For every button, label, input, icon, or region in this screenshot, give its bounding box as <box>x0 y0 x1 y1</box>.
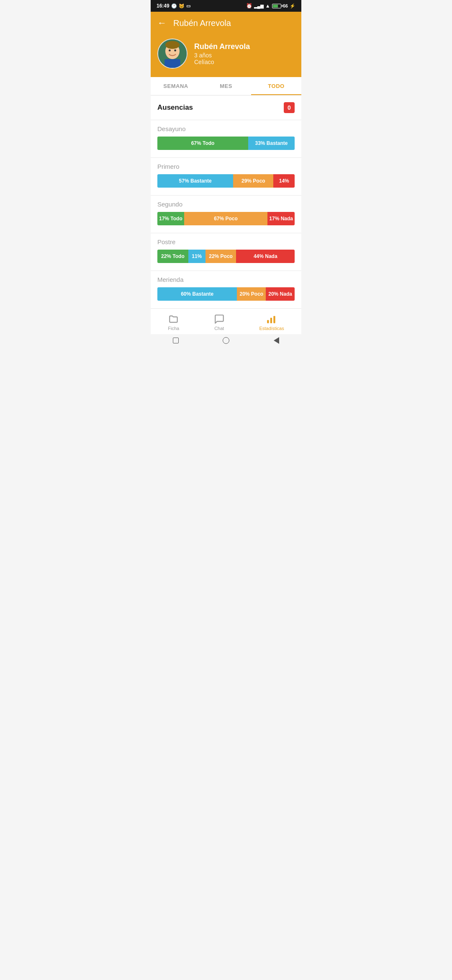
battery-indicator <box>272 4 281 8</box>
bar-segment-20%_Nada: 20% Nada <box>266 287 295 301</box>
profile-age: 3 años <box>194 52 250 59</box>
avatar-image <box>158 39 187 68</box>
bar-segment-14%: 14% <box>273 174 295 188</box>
nav-ficha-label: Ficha <box>168 326 179 331</box>
system-home-btn[interactable] <box>222 337 230 344</box>
ausencias-label: Ausencias <box>157 103 193 112</box>
bar-segment-11%: 11% <box>188 250 205 263</box>
bar-segment-17%_Nada: 17% Nada <box>267 212 295 225</box>
bar-segment-44%_Nada: 44% Nada <box>236 250 295 263</box>
bar-segment-17%_Todo: 17% Todo <box>157 212 184 225</box>
status-right: ⏰ ▂▄▆ ▲ 66 ⚡ <box>246 3 295 9</box>
profile-info: Rubén Arrevola 3 años Celíaco <box>194 42 250 65</box>
header-title: Rubén Arrevola <box>173 18 231 28</box>
ausencias-section: Ausencias 0 <box>151 95 301 120</box>
alarm-icon: ⏰ <box>246 3 252 9</box>
battery-percent: 66 <box>283 3 288 8</box>
nav-chat-label: Chat <box>214 326 224 331</box>
nav-ficha[interactable]: Ficha <box>159 312 187 333</box>
meal-section-desayuno: Desayuno67% Todo33% Bastante <box>151 120 301 157</box>
system-square-btn[interactable] <box>172 337 180 344</box>
ausencias-badge: 0 <box>284 102 295 113</box>
meal-bar-segundo: 17% Todo67% Poco17% Nada <box>157 212 295 225</box>
tab-todo[interactable]: TODO <box>251 77 301 95</box>
meal-bar-desayuno: 67% Todo33% Bastante <box>157 137 295 150</box>
bar-segment-33%_Bastante: 33% Bastante <box>248 137 295 150</box>
system-navigation <box>151 334 301 346</box>
battery-fill <box>273 5 278 8</box>
meal-section-postre: Postre22% Todo11%22% Poco44% Nada <box>151 233 301 271</box>
meal-bar-postre: 22% Todo11%22% Poco44% Nada <box>157 250 295 263</box>
battery-tip <box>282 5 282 7</box>
meals-container: Desayuno67% Todo33% BastantePrimero57% B… <box>151 120 301 308</box>
svg-point-2 <box>165 41 180 49</box>
nav-estadisticas[interactable]: Estadísticas <box>251 312 292 333</box>
main-content: Ausencias 0 Desayuno67% Todo33% Bastante… <box>151 95 301 308</box>
meal-bar-primero: 57% Bastante29% Poco14% <box>157 174 295 188</box>
system-recents-icon <box>173 338 179 343</box>
bar-segment-22%_Todo: 22% Todo <box>157 250 188 263</box>
page-header: ← Rubén Arrevola <box>151 12 301 34</box>
profile-name: Rubén Arrevola <box>194 42 250 51</box>
system-home-icon <box>223 337 229 344</box>
meal-section-segundo: Segundo17% Todo67% Poco17% Nada <box>151 195 301 233</box>
notif-icon-2: 😺 <box>179 3 185 9</box>
svg-point-4 <box>169 49 171 52</box>
meal-label-segundo: Segundo <box>157 201 295 208</box>
meal-section-merienda: Merienda60% Bastante20% Poco20% Nada <box>151 271 301 308</box>
meal-bar-merienda: 60% Bastante20% Poco20% Nada <box>157 287 295 301</box>
status-left: 16:49 🕐 😺 ▭ <box>157 3 190 9</box>
avatar-svg <box>158 39 187 68</box>
notif-icon-1: 🕐 <box>171 3 177 9</box>
svg-rect-8 <box>273 316 275 323</box>
signal-icon: ▂▄▆ <box>254 4 264 8</box>
bar-segment-29%_Poco: 29% Poco <box>233 174 273 188</box>
svg-rect-7 <box>270 318 272 323</box>
charging-icon: ⚡ <box>290 3 295 9</box>
bar-segment-22%_Poco: 22% Poco <box>205 250 236 263</box>
bar-segment-67%_Poco: 67% Poco <box>184 212 268 225</box>
wifi-icon: ▲ <box>265 3 270 9</box>
nav-chat[interactable]: Chat <box>205 312 233 333</box>
meal-label-primero: Primero <box>157 163 295 170</box>
bar-segment-60%_Bastante: 60% Bastante <box>157 287 237 301</box>
system-back-icon <box>274 337 279 344</box>
meal-label-desayuno: Desayuno <box>157 125 295 132</box>
notif-icon-3: ▭ <box>186 3 190 9</box>
avatar <box>157 39 187 69</box>
profile-condition: Celíaco <box>194 59 250 65</box>
tab-mes[interactable]: MES <box>201 77 251 95</box>
bar-segment-67%_Todo: 67% Todo <box>157 137 248 150</box>
tab-semana[interactable]: SEMANA <box>151 77 201 95</box>
meal-label-merienda: Merienda <box>157 276 295 283</box>
bar-segment-20%_Poco: 20% Poco <box>237 287 266 301</box>
status-time: 16:49 <box>157 3 170 9</box>
tabs-bar: SEMANA MES TODO <box>151 77 301 95</box>
system-back-btn[interactable] <box>272 337 280 344</box>
svg-rect-6 <box>267 320 269 323</box>
back-button[interactable]: ← <box>157 18 167 28</box>
stats-icon <box>266 314 277 325</box>
svg-point-5 <box>174 49 176 52</box>
chat-icon <box>214 314 225 325</box>
svg-rect-3 <box>164 59 180 68</box>
nav-estadisticas-label: Estadísticas <box>259 326 284 331</box>
folder-icon <box>168 314 179 325</box>
meal-section-primero: Primero57% Bastante29% Poco14% <box>151 157 301 195</box>
status-bar: 16:49 🕐 😺 ▭ ⏰ ▂▄▆ ▲ 66 ⚡ <box>151 0 301 12</box>
bottom-navigation: Ficha Chat Estadísticas <box>151 308 301 334</box>
profile-section: Rubén Arrevola 3 años Celíaco <box>151 34 301 77</box>
meal-label-postre: Postre <box>157 238 295 245</box>
bar-segment-57%_Bastante: 57% Bastante <box>157 174 233 188</box>
